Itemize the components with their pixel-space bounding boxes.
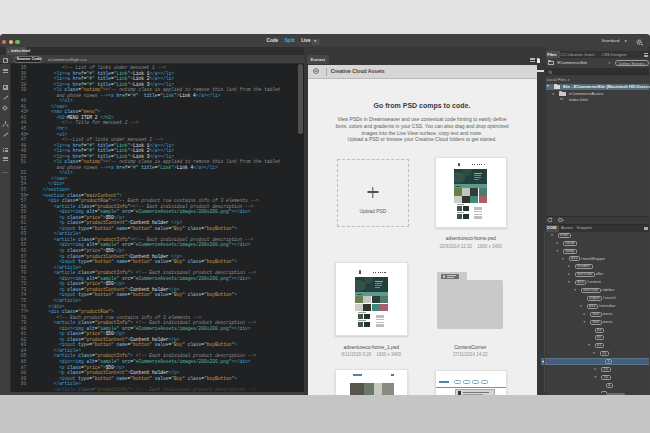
svg-text:cc: cc (314, 70, 318, 73)
